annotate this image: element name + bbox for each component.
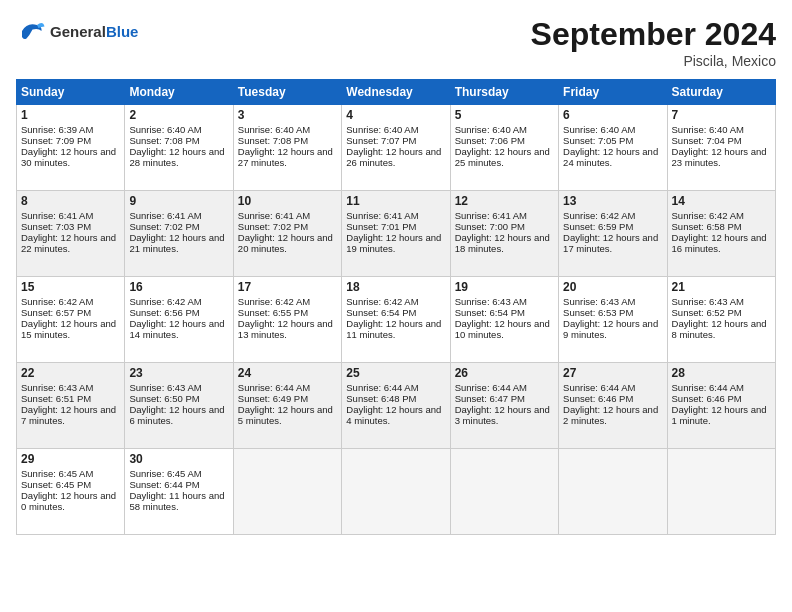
table-row: 16 Sunrise: 6:42 AM Sunset: 6:56 PM Dayl… <box>125 277 233 363</box>
sunrise-text: Sunrise: 6:39 AM <box>21 124 93 135</box>
day-number: 30 <box>129 452 228 466</box>
daylight-text: Daylight: 12 hours and 13 minutes. <box>238 318 333 340</box>
sunset-text: Sunset: 7:09 PM <box>21 135 91 146</box>
sunset-text: Sunset: 6:56 PM <box>129 307 199 318</box>
table-row <box>342 449 450 535</box>
sunrise-text: Sunrise: 6:41 AM <box>238 210 310 221</box>
table-row: 3 Sunrise: 6:40 AM Sunset: 7:08 PM Dayli… <box>233 105 341 191</box>
sunset-text: Sunset: 7:08 PM <box>129 135 199 146</box>
sunset-text: Sunset: 6:46 PM <box>672 393 742 404</box>
sunrise-text: Sunrise: 6:42 AM <box>346 296 418 307</box>
daylight-text: Daylight: 12 hours and 1 minute. <box>672 404 767 426</box>
table-row: 10 Sunrise: 6:41 AM Sunset: 7:02 PM Dayl… <box>233 191 341 277</box>
table-row: 17 Sunrise: 6:42 AM Sunset: 6:55 PM Dayl… <box>233 277 341 363</box>
sunset-text: Sunset: 6:49 PM <box>238 393 308 404</box>
day-number: 29 <box>21 452 120 466</box>
sunset-text: Sunset: 7:06 PM <box>455 135 525 146</box>
col-thursday: Thursday <box>450 80 558 105</box>
col-friday: Friday <box>559 80 667 105</box>
day-number: 24 <box>238 366 337 380</box>
location: Piscila, Mexico <box>531 53 776 69</box>
day-number: 22 <box>21 366 120 380</box>
sunset-text: Sunset: 6:44 PM <box>129 479 199 490</box>
sunrise-text: Sunrise: 6:41 AM <box>346 210 418 221</box>
sunrise-text: Sunrise: 6:44 AM <box>672 382 744 393</box>
logo-text: GeneralBlue <box>50 23 138 40</box>
table-row: 2 Sunrise: 6:40 AM Sunset: 7:08 PM Dayli… <box>125 105 233 191</box>
table-row: 22 Sunrise: 6:43 AM Sunset: 6:51 PM Dayl… <box>17 363 125 449</box>
daylight-text: Daylight: 12 hours and 22 minutes. <box>21 232 116 254</box>
table-row <box>450 449 558 535</box>
sunset-text: Sunset: 6:45 PM <box>21 479 91 490</box>
col-saturday: Saturday <box>667 80 775 105</box>
sunrise-text: Sunrise: 6:43 AM <box>563 296 635 307</box>
sunset-text: Sunset: 6:54 PM <box>346 307 416 318</box>
daylight-text: Daylight: 12 hours and 9 minutes. <box>563 318 658 340</box>
sunset-text: Sunset: 7:00 PM <box>455 221 525 232</box>
day-number: 28 <box>672 366 771 380</box>
day-number: 5 <box>455 108 554 122</box>
sunrise-text: Sunrise: 6:40 AM <box>563 124 635 135</box>
daylight-text: Daylight: 12 hours and 21 minutes. <box>129 232 224 254</box>
sunset-text: Sunset: 7:04 PM <box>672 135 742 146</box>
sunrise-text: Sunrise: 6:44 AM <box>563 382 635 393</box>
sunset-text: Sunset: 7:01 PM <box>346 221 416 232</box>
daylight-text: Daylight: 12 hours and 30 minutes. <box>21 146 116 168</box>
daylight-text: Daylight: 12 hours and 0 minutes. <box>21 490 116 512</box>
month-title: September 2024 <box>531 16 776 53</box>
calendar-week-row: 15 Sunrise: 6:42 AM Sunset: 6:57 PM Dayl… <box>17 277 776 363</box>
sunrise-text: Sunrise: 6:40 AM <box>129 124 201 135</box>
daylight-text: Daylight: 12 hours and 14 minutes. <box>129 318 224 340</box>
table-row <box>233 449 341 535</box>
day-number: 6 <box>563 108 662 122</box>
day-number: 27 <box>563 366 662 380</box>
sunset-text: Sunset: 7:02 PM <box>129 221 199 232</box>
table-row: 30 Sunrise: 6:45 AM Sunset: 6:44 PM Dayl… <box>125 449 233 535</box>
daylight-text: Daylight: 12 hours and 7 minutes. <box>21 404 116 426</box>
daylight-text: Daylight: 12 hours and 19 minutes. <box>346 232 441 254</box>
table-row: 27 Sunrise: 6:44 AM Sunset: 6:46 PM Dayl… <box>559 363 667 449</box>
table-row: 5 Sunrise: 6:40 AM Sunset: 7:06 PM Dayli… <box>450 105 558 191</box>
table-row: 6 Sunrise: 6:40 AM Sunset: 7:05 PM Dayli… <box>559 105 667 191</box>
sunset-text: Sunset: 6:50 PM <box>129 393 199 404</box>
sunrise-text: Sunrise: 6:41 AM <box>455 210 527 221</box>
sunset-text: Sunset: 6:55 PM <box>238 307 308 318</box>
calendar-week-row: 8 Sunrise: 6:41 AM Sunset: 7:03 PM Dayli… <box>17 191 776 277</box>
logo: GeneralBlue <box>16 16 138 46</box>
table-row: 4 Sunrise: 6:40 AM Sunset: 7:07 PM Dayli… <box>342 105 450 191</box>
daylight-text: Daylight: 12 hours and 15 minutes. <box>21 318 116 340</box>
day-number: 14 <box>672 194 771 208</box>
col-sunday: Sunday <box>17 80 125 105</box>
sunrise-text: Sunrise: 6:45 AM <box>21 468 93 479</box>
table-row: 25 Sunrise: 6:44 AM Sunset: 6:48 PM Dayl… <box>342 363 450 449</box>
table-row: 12 Sunrise: 6:41 AM Sunset: 7:00 PM Dayl… <box>450 191 558 277</box>
sunset-text: Sunset: 7:05 PM <box>563 135 633 146</box>
calendar-header-row: Sunday Monday Tuesday Wednesday Thursday… <box>17 80 776 105</box>
day-number: 1 <box>21 108 120 122</box>
day-number: 26 <box>455 366 554 380</box>
day-number: 21 <box>672 280 771 294</box>
sunrise-text: Sunrise: 6:44 AM <box>346 382 418 393</box>
day-number: 25 <box>346 366 445 380</box>
sunrise-text: Sunrise: 6:40 AM <box>346 124 418 135</box>
table-row: 28 Sunrise: 6:44 AM Sunset: 6:46 PM Dayl… <box>667 363 775 449</box>
table-row <box>667 449 775 535</box>
daylight-text: Daylight: 12 hours and 27 minutes. <box>238 146 333 168</box>
daylight-text: Daylight: 12 hours and 23 minutes. <box>672 146 767 168</box>
daylight-text: Daylight: 12 hours and 3 minutes. <box>455 404 550 426</box>
day-number: 10 <box>238 194 337 208</box>
sunset-text: Sunset: 7:07 PM <box>346 135 416 146</box>
table-row: 19 Sunrise: 6:43 AM Sunset: 6:54 PM Dayl… <box>450 277 558 363</box>
day-number: 9 <box>129 194 228 208</box>
daylight-text: Daylight: 12 hours and 28 minutes. <box>129 146 224 168</box>
sunset-text: Sunset: 7:02 PM <box>238 221 308 232</box>
day-number: 8 <box>21 194 120 208</box>
table-row: 23 Sunrise: 6:43 AM Sunset: 6:50 PM Dayl… <box>125 363 233 449</box>
table-row: 9 Sunrise: 6:41 AM Sunset: 7:02 PM Dayli… <box>125 191 233 277</box>
day-number: 15 <box>21 280 120 294</box>
sunrise-text: Sunrise: 6:41 AM <box>21 210 93 221</box>
daylight-text: Daylight: 12 hours and 5 minutes. <box>238 404 333 426</box>
table-row: 29 Sunrise: 6:45 AM Sunset: 6:45 PM Dayl… <box>17 449 125 535</box>
day-number: 12 <box>455 194 554 208</box>
sunset-text: Sunset: 6:53 PM <box>563 307 633 318</box>
